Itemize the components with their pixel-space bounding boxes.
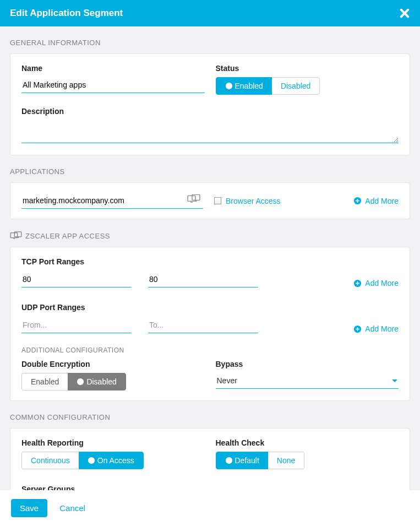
application-input[interactable] <box>21 193 203 209</box>
plus-circle-icon <box>353 325 362 333</box>
udp-from-input[interactable] <box>21 317 132 333</box>
section-label-zscaler: ZSCALER APP ACCESS <box>10 219 410 247</box>
modal-footer: Save Cancel <box>0 490 420 526</box>
check-circle-icon <box>225 82 233 90</box>
section-label-common: COMMON CONFIGURATION <box>10 401 410 428</box>
tcp-to-input[interactable] <box>148 272 258 288</box>
add-more-udp[interactable]: Add More <box>353 324 399 333</box>
default-button[interactable]: Default <box>216 452 268 469</box>
common-card: Health Reporting Continuous On Access He… <box>10 428 410 490</box>
description-input[interactable] <box>21 120 399 143</box>
check-circle-icon <box>77 378 84 386</box>
health-reporting-toggle: Continuous On Access <box>21 452 144 469</box>
close-icon[interactable] <box>399 8 410 19</box>
double-enc-enabled-button[interactable]: Enabled <box>21 373 68 391</box>
modal-body[interactable]: GENERAL INFORMATION Name Status Enabled <box>0 26 420 490</box>
add-more-tcp[interactable]: Add More <box>353 279 399 288</box>
double-enc-disabled-button[interactable]: Disabled <box>68 373 126 391</box>
double-enc-label: Double Encryption <box>21 360 205 368</box>
checkbox-icon <box>214 197 221 204</box>
status-label: Status <box>216 64 399 73</box>
modal-header: Edit Application Segment <box>0 0 420 26</box>
general-card: Name Status Enabled Disabled <box>10 53 410 155</box>
browser-access-checkbox[interactable]: Browser Access <box>214 197 281 205</box>
cancel-button[interactable]: Cancel <box>59 503 85 513</box>
status-disabled-button[interactable]: Disabled <box>272 77 320 95</box>
bypass-label: Bypass <box>216 360 399 368</box>
tcp-label: TCP Port Ranges <box>21 257 399 266</box>
server-groups-label: Server Groups <box>21 485 399 490</box>
zscaler-card: TCP Port Ranges Add More UDP Port Ranges… <box>10 247 410 401</box>
udp-label: UDP Port Ranges <box>21 303 399 312</box>
on-access-button[interactable]: On Access <box>79 452 144 469</box>
status-toggle: Enabled Disabled <box>216 77 320 95</box>
health-check-label: Health Check <box>216 438 399 447</box>
none-button[interactable]: None <box>268 452 304 469</box>
screens-icon <box>10 231 22 240</box>
health-check-toggle: Default None <box>216 452 305 469</box>
check-circle-icon <box>88 457 95 464</box>
section-label-applications: APPLICATIONS <box>10 155 410 182</box>
chevron-down-icon <box>392 379 397 382</box>
tcp-from-input[interactable] <box>21 272 132 288</box>
save-button[interactable]: Save <box>11 499 47 517</box>
bypass-select[interactable]: Never <box>216 373 399 389</box>
add-more-application[interactable]: Add More <box>353 197 399 205</box>
modal-title: Edit Application Segment <box>10 8 123 19</box>
continuous-button[interactable]: Continuous <box>21 452 79 469</box>
plus-circle-icon <box>353 197 362 205</box>
name-input[interactable] <box>21 77 205 93</box>
double-enc-toggle: Enabled Disabled <box>21 373 126 391</box>
name-label: Name <box>21 64 205 73</box>
applications-card: Browser Access Add More <box>10 182 410 219</box>
plus-circle-icon <box>353 279 362 288</box>
status-enabled-button[interactable]: Enabled <box>216 77 272 95</box>
description-label: Description <box>21 107 399 116</box>
udp-to-input[interactable] <box>148 317 258 333</box>
health-reporting-label: Health Reporting <box>21 438 205 447</box>
check-circle-icon <box>225 457 233 464</box>
screens-icon <box>187 194 201 204</box>
additional-config-label: ADDITIONAL CONFIGURATION <box>21 346 399 354</box>
section-label-general: GENERAL INFORMATION <box>10 26 410 53</box>
